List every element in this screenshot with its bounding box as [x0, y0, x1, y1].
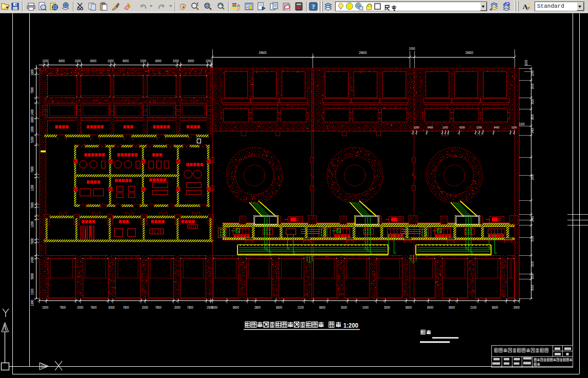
svg-text:7800: 7800	[30, 202, 34, 209]
svg-text:3000: 3000	[530, 83, 534, 89]
svg-text:1000: 1000	[409, 47, 415, 50]
svg-text:1000: 1000	[173, 59, 179, 63]
svg-text:1500: 1500	[42, 306, 48, 309]
svg-text:3800: 3800	[30, 117, 34, 123]
svg-text:3000: 3000	[211, 306, 217, 309]
svg-text:6900: 6900	[123, 59, 129, 63]
svg-text:1000: 1000	[30, 126, 34, 133]
svg-text:?: ?	[312, 3, 315, 10]
svg-text:1200: 1200	[511, 125, 517, 129]
svg-text:6900: 6900	[59, 59, 65, 63]
svg-text:7800: 7800	[60, 306, 66, 309]
svg-text:6900: 6900	[427, 306, 433, 309]
svg-text:1300: 1300	[30, 300, 34, 306]
svg-text:6900: 6900	[188, 59, 194, 63]
svg-text:7800: 7800	[90, 306, 97, 309]
svg-text:29600: 29600	[359, 51, 367, 54]
svg-text:7800: 7800	[30, 166, 34, 173]
svg-text:1000: 1000	[362, 306, 369, 309]
svg-text:29600: 29600	[259, 51, 267, 54]
svg-text:3000: 3000	[384, 306, 390, 309]
svg-text:6000: 6000	[530, 285, 534, 290]
svg-text:6900: 6900	[90, 59, 97, 63]
svg-text:1200: 1200	[30, 221, 34, 228]
svg-text:2100: 2100	[298, 306, 304, 309]
svg-text:6600: 6600	[449, 306, 455, 309]
svg-text:6400: 6400	[494, 125, 500, 129]
svg-text:1200: 1200	[519, 122, 524, 126]
svg-text:6600: 6600	[276, 306, 282, 309]
svg-text:5000: 5000	[530, 236, 534, 241]
svg-text:7800: 7800	[30, 238, 34, 244]
svg-text:1140: 1140	[530, 70, 534, 77]
svg-text:6900: 6900	[155, 59, 161, 63]
svg-text:6600: 6600	[233, 306, 239, 309]
svg-text:1200: 1200	[30, 185, 34, 191]
svg-text:5200: 5200	[30, 137, 34, 143]
svg-text:1620: 1620	[530, 99, 534, 104]
svg-text:A: A	[237, 3, 240, 8]
svg-text:1500: 1500	[530, 273, 534, 279]
svg-text:2400: 2400	[530, 127, 534, 133]
svg-text:1400: 1400	[30, 109, 34, 116]
svg-text:2000: 2000	[77, 306, 83, 309]
svg-text:1200: 1200	[476, 125, 482, 129]
svg-text:6600: 6600	[406, 306, 412, 309]
svg-text:3600: 3600	[530, 114, 534, 120]
svg-text:6000: 6000	[108, 306, 115, 309]
svg-text:29600: 29600	[466, 51, 473, 54]
svg-text:1000: 1000	[524, 60, 528, 65]
svg-text:7000: 7000	[30, 87, 34, 93]
svg-text:1000: 1000	[140, 59, 146, 63]
svg-text:1000: 1000	[43, 59, 49, 63]
svg-text:6600: 6600	[492, 306, 498, 309]
svg-text:3000: 3000	[341, 306, 347, 309]
svg-text:6200: 6200	[460, 125, 465, 129]
svg-text:2100: 2100	[470, 306, 476, 309]
svg-text:6600: 6600	[319, 306, 325, 309]
svg-text:1200: 1200	[443, 125, 448, 129]
svg-text:1000: 1000	[206, 59, 212, 63]
svg-text:2000: 2000	[174, 306, 180, 309]
svg-text:1:200: 1:200	[343, 322, 358, 329]
svg-text:3000: 3000	[513, 306, 520, 309]
svg-text:1100: 1100	[30, 289, 34, 295]
svg-text:5000: 5000	[30, 273, 34, 279]
svg-text:1200: 1200	[414, 125, 419, 129]
svg-text:2400: 2400	[30, 257, 34, 263]
svg-text:1000: 1000	[75, 59, 81, 63]
svg-text:2000: 2000	[142, 306, 148, 309]
svg-text:7800: 7800	[123, 306, 129, 309]
svg-text:3100: 3100	[530, 261, 534, 267]
svg-text:7800: 7800	[187, 306, 193, 309]
svg-text:2800: 2800	[254, 306, 261, 309]
svg-text:1800: 1800	[30, 69, 34, 75]
svg-text:1000: 1000	[107, 59, 114, 63]
svg-text:7800: 7800	[155, 306, 161, 309]
svg-text:6400: 6400	[428, 125, 433, 129]
